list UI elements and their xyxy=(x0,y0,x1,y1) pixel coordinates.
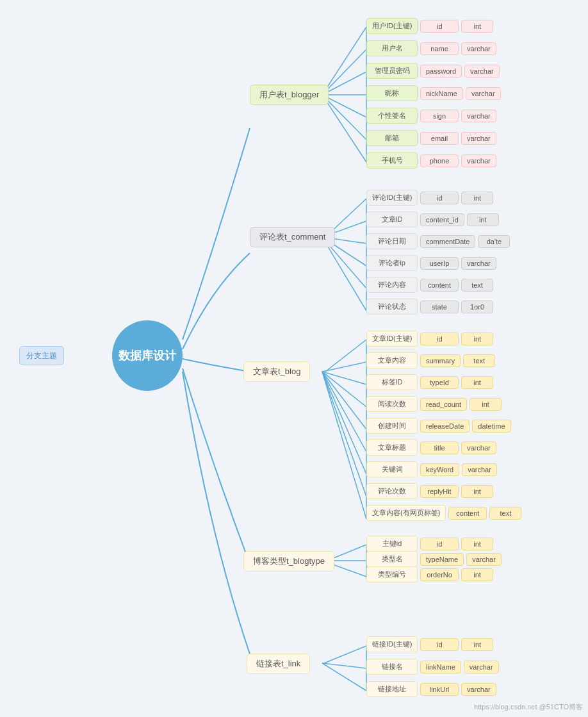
blogtype-row-3: 类型编号 orderNo int xyxy=(366,566,493,582)
blogger-row-2: 用户名 name varchar xyxy=(366,40,496,56)
comment-type-6: 1or0 xyxy=(461,301,493,313)
blogtype-field-2: typeName xyxy=(420,553,464,566)
link-type-2: varchar xyxy=(464,661,499,673)
blogger-label-2: 用户名 xyxy=(366,40,418,56)
comment-row-6: 评论状态 state 1or0 xyxy=(366,299,493,315)
watermark: https://blog.csdn.net @51CTO博客 xyxy=(474,702,583,712)
blog-row-8: 评论次数 replyHit int xyxy=(366,483,493,499)
blogtype-type-1: int xyxy=(461,538,493,550)
comment-field-6: state xyxy=(420,301,459,313)
mind-map-canvas: 分支主题 数据库设计 用户表t_blogger 用户ID(主键) id int … xyxy=(0,0,588,717)
blogger-field-3: password xyxy=(420,65,462,78)
blog-label-6: 文章标题 xyxy=(366,440,418,456)
blog-row-9: 文章内容(有网页标签) content text xyxy=(366,505,521,521)
blog-row-2: 文章内容 summary text xyxy=(366,352,495,368)
comment-field-4: userIp xyxy=(420,257,459,270)
link-label-2: 链接名 xyxy=(366,659,418,675)
blog-field-3: typeId xyxy=(420,376,459,389)
svg-line-22 xyxy=(322,372,366,497)
blog-label-2: 文章内容 xyxy=(366,352,418,368)
svg-line-5 xyxy=(322,95,366,140)
comment-row-3: 评论日期 commentDate da'te xyxy=(366,233,510,249)
blogger-label-7: 手机号 xyxy=(366,152,418,169)
blogger-label-6: 邮箱 xyxy=(366,130,418,146)
blog-type-4: int xyxy=(470,398,502,411)
blogger-type-3: varchar xyxy=(464,65,500,78)
blogger-type-5: varchar xyxy=(461,110,496,122)
link-field-2: linkName xyxy=(420,661,461,673)
comment-label-1: 评论ID(主键) xyxy=(366,190,418,206)
branch-label: 分支主题 xyxy=(19,346,64,365)
link-label-3: 链接地址 xyxy=(366,681,418,697)
comment-field-5: content xyxy=(420,279,459,292)
comment-row-2: 文章ID content_id int xyxy=(366,211,499,227)
link-type-3: varchar xyxy=(461,683,496,696)
svg-line-23 xyxy=(322,372,366,519)
blog-label-9: 文章内容(有网页标签) xyxy=(366,505,446,521)
svg-line-20 xyxy=(322,372,366,452)
comment-row-1: 评论ID(主键) id int xyxy=(366,190,493,206)
blogger-field-2: name xyxy=(420,42,459,55)
blogger-type-1: int xyxy=(461,20,493,33)
svg-line-15 xyxy=(325,340,366,372)
comment-type-3: da'te xyxy=(478,235,510,248)
blog-field-2: summary xyxy=(420,354,461,367)
blogger-field-4: nickName xyxy=(420,87,463,100)
svg-line-29 xyxy=(324,646,366,663)
link-field-1: id xyxy=(420,638,459,651)
blogtype-table-node: 博客类型t_blogtype xyxy=(243,551,334,572)
comment-label-5: 评论内容 xyxy=(366,277,418,293)
blog-label-4: 阅读次数 xyxy=(366,396,418,412)
blog-field-7: keyWord xyxy=(420,463,459,476)
blog-row-6: 文章标题 title varchar xyxy=(366,440,496,456)
blog-row-3: 标签ID typeId int xyxy=(366,374,493,390)
blog-row-1: 文章ID(主键) id int xyxy=(366,331,493,347)
blog-type-1: int xyxy=(461,333,493,345)
svg-line-30 xyxy=(322,663,366,668)
blog-type-8: int xyxy=(461,485,493,498)
blogtype-type-3: int xyxy=(461,568,493,581)
svg-line-21 xyxy=(322,372,366,474)
blog-type-3: int xyxy=(461,376,493,389)
svg-line-13 xyxy=(322,237,366,311)
blogger-type-7: varchar xyxy=(461,154,496,167)
blogtype-row-2: 类型名 typeName varchar xyxy=(366,551,502,567)
blogger-label-3: 管理员密码 xyxy=(366,63,418,79)
blogger-row-5: 个性签名 sign varchar xyxy=(366,108,496,124)
center-node: 数据库设计 xyxy=(112,320,183,391)
blogger-field-5: sign xyxy=(420,110,459,122)
blogger-label-4: 昵称 xyxy=(366,85,418,101)
comment-label-4: 评论者ip xyxy=(366,255,418,271)
blogger-label-5: 个性签名 xyxy=(366,108,418,124)
blogger-field-7: phone xyxy=(420,154,459,167)
blogger-type-4: varchar xyxy=(466,87,501,100)
link-row-3: 链接地址 linkUrl varchar xyxy=(366,681,496,697)
blogger-label-1: 用户ID(主键) xyxy=(366,18,418,34)
blog-field-9: content xyxy=(448,507,487,520)
blog-label-8: 评论次数 xyxy=(366,483,418,499)
svg-line-31 xyxy=(322,663,366,691)
svg-line-18 xyxy=(322,372,366,407)
blog-row-4: 阅读次数 read_count int xyxy=(366,396,502,412)
blogger-type-2: varchar xyxy=(461,42,496,55)
blog-field-8: replyHit xyxy=(420,485,459,498)
connector-lines xyxy=(0,0,588,717)
blog-type-6: varchar xyxy=(461,441,496,454)
blogger-row-1: 用户ID(主键) id int xyxy=(366,18,493,34)
blogger-row-6: 邮箱 email varchar xyxy=(366,130,496,146)
comment-row-4: 评论者ip userIp varchar xyxy=(366,255,496,271)
blogger-field-6: email xyxy=(420,132,459,145)
blogtype-label-2: 类型名 xyxy=(366,551,418,567)
comment-type-2: int xyxy=(467,213,499,226)
blogger-table-node: 用户表t_blogger xyxy=(250,85,329,105)
comment-type-4: varchar xyxy=(461,257,496,270)
blog-type-7: varchar xyxy=(462,463,497,476)
svg-line-16 xyxy=(322,362,366,372)
blogger-row-3: 管理员密码 password varchar xyxy=(366,63,500,79)
comment-label-6: 评论状态 xyxy=(366,299,418,315)
svg-line-19 xyxy=(322,372,366,429)
blogtype-row-1: 主键id id int xyxy=(366,536,493,552)
blog-field-1: id xyxy=(420,333,459,345)
comment-type-1: int xyxy=(461,192,493,204)
svg-line-4 xyxy=(322,95,366,117)
